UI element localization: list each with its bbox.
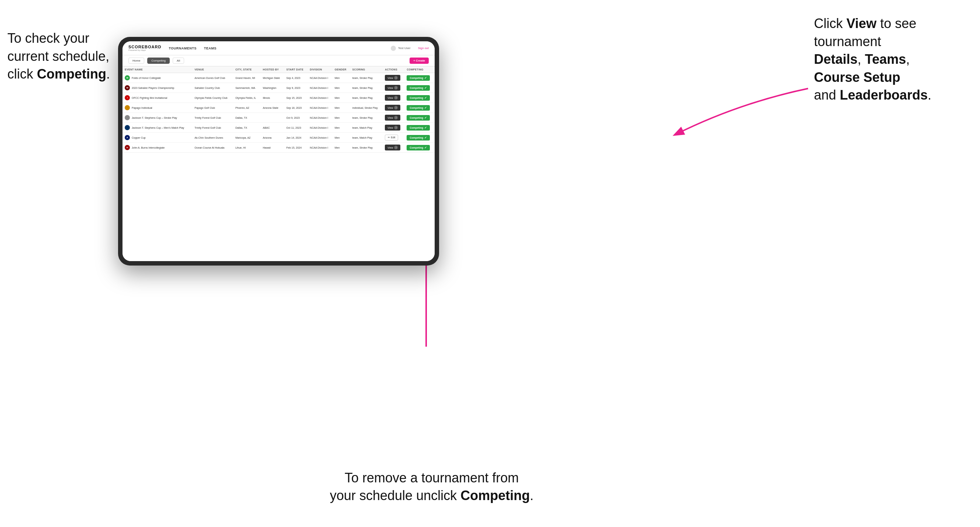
cell-competing: Competing ✓ bbox=[404, 83, 435, 93]
info-icon: i bbox=[394, 146, 398, 149]
cell-gender: Men bbox=[332, 143, 350, 153]
table-row: Jackson T. Stephens Cup – Men's Match Pl… bbox=[123, 123, 435, 133]
annotation-bottom: To remove a tournament from your schedul… bbox=[302, 469, 561, 505]
info-icon: i bbox=[394, 96, 398, 100]
cell-start: Sep 15, 2023 bbox=[284, 93, 308, 103]
info-icon: i bbox=[394, 106, 398, 110]
cell-division: NCAA Division I bbox=[308, 83, 332, 93]
tablet: SCOREBOARD Powered by clippi TOURNAMENTS… bbox=[118, 37, 439, 265]
cell-gender: Men bbox=[332, 133, 350, 143]
competing-button[interactable]: Competing ✓ bbox=[407, 105, 430, 111]
cell-gender: Men bbox=[332, 93, 350, 103]
cell-scoring: team, Stroke Play bbox=[350, 113, 383, 123]
brand-subtitle: Powered by clippi bbox=[129, 49, 161, 51]
view-button[interactable]: View i bbox=[385, 125, 400, 130]
check-icon: ✓ bbox=[424, 116, 427, 119]
check-icon: ✓ bbox=[424, 146, 427, 149]
cell-event-name: H John A. Burns Intercollegiate bbox=[123, 143, 192, 153]
edit-button[interactable]: ✏ Edit bbox=[385, 135, 398, 141]
info-icon: i bbox=[394, 116, 398, 119]
cell-event-name: W 2023 Sahalee Players Championship bbox=[123, 83, 192, 93]
cell-start: Sep 4, 2023 bbox=[284, 73, 308, 83]
check-icon: ✓ bbox=[424, 126, 427, 129]
team-logo: W bbox=[125, 85, 130, 90]
cell-start: Sep 9, 2023 bbox=[284, 83, 308, 93]
cell-hosted: Hawaii bbox=[261, 143, 284, 153]
view-button[interactable]: View i bbox=[385, 75, 400, 81]
cell-division: NCAA Division I bbox=[308, 73, 332, 83]
cell-scoring: team, Stroke Play bbox=[350, 93, 383, 103]
check-icon: ✓ bbox=[424, 76, 427, 80]
tournaments-table: EVENT NAME VENUE CITY, STATE HOSTED BY S… bbox=[123, 67, 435, 153]
header-user: Test User bbox=[391, 46, 410, 51]
cell-hosted: Illinois bbox=[261, 93, 284, 103]
annotation-line2: current schedule, bbox=[7, 49, 109, 64]
cell-gender: Men bbox=[332, 123, 350, 133]
filter-all-button[interactable]: All bbox=[173, 57, 184, 64]
table-row: Jackson T. Stephens Cup – Stroke Play Tr… bbox=[123, 113, 435, 123]
col-division: DIVISION bbox=[308, 67, 332, 73]
cell-venue: American Dunes Golf Club bbox=[192, 73, 233, 83]
create-button[interactable]: + Create bbox=[410, 57, 429, 64]
team-logo: A bbox=[125, 135, 130, 140]
table-row: Papago Individual Papago Golf Club Phoen… bbox=[123, 103, 435, 113]
event-name-text: Folds of Honor Collegiate bbox=[132, 77, 161, 79]
brand: SCOREBOARD Powered by clippi bbox=[129, 45, 161, 51]
cell-hosted: ABAC bbox=[261, 123, 284, 133]
nav-tournaments[interactable]: TOURNAMENTS bbox=[169, 46, 196, 50]
competing-button[interactable]: Competing ✓ bbox=[407, 125, 430, 130]
cell-scoring: team, Match Play bbox=[350, 133, 383, 143]
cell-city: Olympia Fields, IL bbox=[233, 93, 261, 103]
filter-home-button[interactable]: Home bbox=[129, 57, 144, 64]
event-name-text: Copper Cup bbox=[132, 137, 146, 139]
cell-start: Sep 18, 2023 bbox=[284, 103, 308, 113]
cell-actions: View i bbox=[383, 103, 404, 113]
annotation-line1: To check your bbox=[7, 31, 89, 46]
cell-gender: Men bbox=[332, 113, 350, 123]
cell-start: Oct 11, 2023 bbox=[284, 123, 308, 133]
tournaments-table-container[interactable]: EVENT NAME VENUE CITY, STATE HOSTED BY S… bbox=[123, 67, 435, 261]
team-logo: M bbox=[125, 75, 130, 80]
filter-competing-button[interactable]: Competing bbox=[147, 57, 170, 64]
competing-button[interactable]: Competing ✓ bbox=[407, 135, 430, 141]
cell-actions: View i bbox=[383, 113, 404, 123]
cell-scoring: team, Stroke Play bbox=[350, 73, 383, 83]
cell-competing: Competing ✓ bbox=[404, 123, 435, 133]
view-button[interactable]: View i bbox=[385, 144, 400, 151]
col-city-state: CITY, STATE bbox=[233, 67, 261, 73]
cell-hosted: Washington bbox=[261, 83, 284, 93]
check-icon: ✓ bbox=[424, 106, 427, 110]
table-row: I OFCC Fighting Illini Invitational Olym… bbox=[123, 93, 435, 103]
competing-button[interactable]: Competing ✓ bbox=[407, 115, 430, 121]
competing-button[interactable]: Competing ✓ bbox=[407, 75, 430, 81]
col-scoring: SCORING bbox=[350, 67, 383, 73]
nav-teams[interactable]: TEAMS bbox=[204, 46, 216, 50]
team-logo bbox=[125, 105, 130, 110]
cell-gender: Men bbox=[332, 83, 350, 93]
team-logo: H bbox=[125, 145, 130, 150]
annotation-period: . bbox=[106, 67, 110, 81]
cell-actions: View i bbox=[383, 143, 404, 153]
event-name-text: OFCC Fighting Illini Invitational bbox=[132, 97, 167, 99]
cell-competing: Competing ✓ bbox=[404, 103, 435, 113]
annotation-tr-1: Click bbox=[814, 16, 846, 31]
view-button[interactable]: View i bbox=[385, 85, 400, 91]
competing-button[interactable]: Competing ✓ bbox=[407, 95, 430, 101]
cell-city: Dallas, TX bbox=[233, 123, 261, 133]
view-button[interactable]: View i bbox=[385, 95, 400, 101]
view-button[interactable]: View i bbox=[385, 105, 400, 111]
competing-button[interactable]: Competing ✓ bbox=[407, 85, 430, 91]
info-icon: i bbox=[394, 126, 398, 129]
cell-event-name: I OFCC Fighting Illini Invitational bbox=[123, 93, 192, 103]
col-event-name: EVENT NAME bbox=[123, 67, 192, 73]
user-name: Test User bbox=[398, 46, 410, 50]
cell-venue: Olympia Fields Country Club bbox=[192, 93, 233, 103]
competing-button[interactable]: Competing ✓ bbox=[407, 145, 430, 151]
view-button[interactable]: View i bbox=[385, 115, 400, 121]
sign-out-link[interactable]: Sign out bbox=[418, 46, 429, 50]
cell-division: NCAA Division I bbox=[308, 93, 332, 103]
annotation-leaderboards-bold: Leaderboards bbox=[840, 87, 928, 103]
col-gender: GENDER bbox=[332, 67, 350, 73]
annotation-tr-2: to see bbox=[876, 16, 916, 31]
annotation-details-bold: Details bbox=[814, 52, 858, 67]
